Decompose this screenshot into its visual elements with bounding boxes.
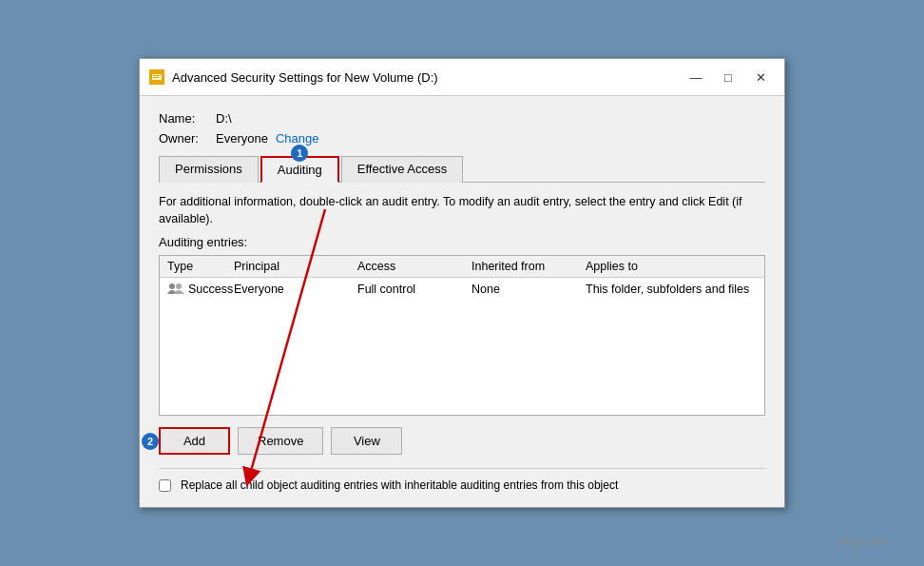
add-button[interactable]: Add: [159, 427, 230, 455]
action-buttons: 2 Add Remove View: [159, 427, 765, 455]
user-icon: [167, 283, 184, 296]
window-title: Advanced Security Settings for New Volum…: [172, 70, 438, 85]
auditing-entries-table: Type Principal Access Inherited from App…: [159, 255, 765, 416]
auditing-entries-label: Auditing entries:: [159, 235, 765, 249]
col-principal: Principal: [234, 260, 357, 273]
replace-checkbox-row: Replace all child object auditing entrie…: [159, 478, 765, 492]
table-empty-area: [160, 301, 764, 415]
owner-value: Everyone: [216, 131, 268, 146]
col-inherited-from: Inherited from: [472, 260, 586, 273]
svg-point-4: [169, 283, 175, 289]
close-button[interactable]: ✕: [746, 67, 775, 88]
watermark: wxdn.com: [838, 536, 886, 547]
remove-button[interactable]: Remove: [238, 427, 323, 455]
window-icon: [149, 69, 164, 85]
table-row[interactable]: Success Everyone Full control None This …: [160, 278, 764, 301]
tab-auditing[interactable]: Auditing 1: [260, 156, 339, 183]
owner-field-row: Owner: Everyone Change: [159, 131, 765, 146]
replace-checkbox[interactable]: [159, 479, 171, 492]
name-value: D:\: [216, 111, 232, 126]
name-field-row: Name: D:\: [159, 111, 765, 126]
row-principal: Everyone: [234, 283, 357, 296]
row-type-cell: Success: [167, 283, 234, 296]
maximize-button[interactable]: □: [714, 67, 742, 88]
tab-effective-access[interactable]: Effective Access: [341, 156, 463, 183]
row-inherited-from: None: [472, 283, 586, 296]
dialog-content: Name: D:\ Owner: Everyone Change Permiss…: [140, 96, 784, 507]
tab-permissions[interactable]: Permissions: [159, 156, 259, 183]
annotation-badge-1: 1: [291, 145, 308, 162]
svg-point-5: [176, 283, 182, 289]
window-controls: — □ ✕: [682, 67, 775, 88]
tab-bar: Permissions Auditing 1 Effective Access: [159, 155, 765, 183]
col-applies-to: Applies to: [586, 260, 757, 273]
info-text: For additional information, double-click…: [159, 194, 765, 227]
table-header: Type Principal Access Inherited from App…: [160, 256, 764, 278]
change-owner-link[interactable]: Change: [276, 131, 319, 146]
row-access: Full control: [357, 283, 472, 296]
svg-rect-2: [153, 75, 161, 76]
view-button[interactable]: View: [331, 427, 402, 455]
name-label: Name:: [159, 111, 216, 126]
minimize-button[interactable]: —: [682, 67, 710, 88]
row-applies-to: This folder, subfolders and files: [586, 283, 757, 296]
owner-label: Owner:: [159, 131, 216, 146]
title-bar: Advanced Security Settings for New Volum…: [140, 59, 784, 96]
annotation-badge-2: 2: [142, 433, 159, 450]
replace-checkbox-label: Replace all child object auditing entrie…: [181, 478, 618, 492]
col-access: Access: [357, 260, 472, 273]
divider: [159, 468, 765, 469]
col-type: Type: [167, 260, 234, 273]
svg-rect-3: [153, 77, 159, 78]
